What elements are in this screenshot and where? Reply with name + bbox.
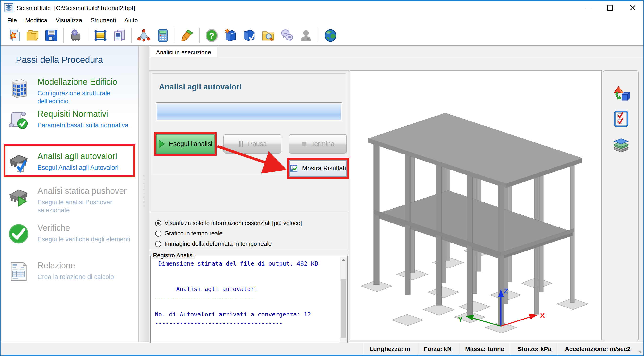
help-icon[interactable]: ?: [205, 29, 218, 42]
sidebar-item-title: Requisiti Normativi: [38, 109, 128, 119]
status-length-unit: Lunghezza: m: [363, 343, 417, 355]
option-label: Immagine della deformata in tempo reale: [164, 240, 272, 247]
sidebar-item-modellazione-edificio[interactable]: Modellazione Edificio Configurazione str…: [8, 77, 133, 105]
processor-icon[interactable]: [69, 29, 83, 42]
display-options-group: Visualizza solo le informazioni essenzia…: [150, 212, 348, 249]
app-logo-icon: [4, 3, 14, 12]
pause-label: Pausa: [248, 140, 266, 148]
splitter-grip-icon: [144, 176, 144, 207]
model-3d-icon[interactable]: [137, 29, 151, 42]
sidebar-header: Passi della Procedura: [16, 55, 103, 65]
stop-button[interactable]: Termina: [289, 134, 347, 154]
option-label: Visualizza solo le informazioni essenzia…: [164, 220, 302, 226]
axis-x-label: X: [540, 312, 545, 319]
log-frame: Dimensione stimata del file di output: 4…: [150, 256, 348, 356]
window-title: SeismoBuild [C:\SeismoBuild\Tutorial2.bp…: [17, 4, 135, 12]
sidebar-item-analisi-autovalori[interactable]: Analisi agli autovalori Esegui Analisi a…: [8, 151, 133, 173]
radio-icon[interactable]: [155, 230, 161, 237]
layers-icon[interactable]: [612, 136, 630, 154]
pause-icon: [238, 140, 244, 147]
menu-visualizza[interactable]: Visualizza: [52, 15, 87, 25]
eigenvalue-chip-icon: [8, 151, 30, 173]
calculator-icon[interactable]: [156, 29, 170, 42]
scrollbar-thumb[interactable]: [340, 279, 346, 338]
view-tools-strip: [603, 70, 638, 341]
vertical-scrollbar[interactable]: [340, 257, 347, 356]
axis-y-label: Y: [458, 315, 463, 323]
option-essential-info[interactable]: Visualizza solo le informazioni essenzia…: [155, 220, 302, 226]
book-check-icon[interactable]: [242, 29, 256, 42]
tab-strip: Analisi in esecuzione: [149, 46, 643, 57]
menu-strumenti[interactable]: Strumenti: [88, 15, 121, 25]
radio-icon[interactable]: [155, 220, 161, 226]
sidebar-item-subtitle[interactable]: Esegui le analisi Pushover selezionate: [38, 198, 126, 214]
minimize-icon: [585, 4, 592, 11]
scroll-up-icon[interactable]: [342, 259, 345, 261]
menu-modifica[interactable]: Modifica: [22, 15, 52, 25]
sidebar-item-subtitle[interactable]: Configurazione strutturale dell'edificio: [38, 89, 117, 105]
sidebar-item-title: Analisi agli autovalori: [38, 151, 118, 161]
building-model-3d: Z X Y: [350, 71, 601, 340]
option-realtime-deformed[interactable]: Immagine della deformata in tempo reale: [155, 240, 272, 247]
log-group-label: Registro Analisi: [152, 252, 195, 259]
analysis-group-title: Analisi agli autovalori: [159, 82, 242, 91]
menu-file[interactable]: File: [4, 15, 22, 25]
axis-z-label: Z: [504, 287, 508, 295]
sidebar-item-subtitle[interactable]: Esegui Analisi agli Autovalori: [38, 164, 118, 172]
report-pages-icon[interactable]: [112, 29, 126, 42]
stop-label: Termina: [311, 140, 334, 148]
sidebar-splitter[interactable]: [139, 46, 149, 342]
globe-icon[interactable]: [324, 29, 337, 42]
option-realtime-plot[interactable]: Grafico in tempo reale: [155, 230, 222, 237]
menu-aiuto[interactable]: Aiuto: [121, 15, 143, 25]
toolbar: ?: [1, 26, 643, 46]
close-button[interactable]: [627, 3, 638, 12]
sidebar-item-subtitle[interactable]: Crea la relazione di calcolo: [38, 273, 114, 281]
open-project-icon[interactable]: [26, 29, 39, 42]
main-area: Analisi in esecuzione Analisi agli autov…: [149, 46, 643, 342]
sidebar-item-verifiche[interactable]: Verifiche Esegui le verifiche degli elem…: [8, 223, 133, 245]
forum-icon[interactable]: [280, 29, 294, 42]
sidebar-item-subtitle[interactable]: Esegui le verifiche degli elementi: [38, 235, 130, 243]
progress-fill: [157, 103, 341, 120]
sidebar-item-title: Analisi statica pushover: [38, 186, 126, 196]
analysis-log-group: Registro Analisi Dimensione stimata del …: [150, 252, 348, 356]
pause-button[interactable]: Pausa: [224, 134, 282, 154]
paintbrush-icon[interactable]: [180, 29, 194, 42]
status-bar: Lunghezza: m Forza: kN Massa: tonne Sfor…: [1, 343, 643, 355]
user-icon[interactable]: [299, 29, 313, 42]
toolbar-separator: [131, 28, 132, 43]
title-bar: SeismoBuild [C:\SeismoBuild\Tutorial2.bp…: [1, 1, 643, 15]
analysis-panel: Analisi agli autovalori Esegui l'analisi: [149, 70, 349, 356]
toolbar-separator: [88, 28, 88, 43]
status-force-unit: Forza: kN: [417, 343, 458, 355]
code-scroll-icon: [8, 109, 30, 131]
maximize-icon: [606, 4, 614, 11]
tab-analisi-in-esecuzione[interactable]: Analisi in esecuzione: [150, 47, 217, 57]
resize-grip-icon[interactable]: [637, 343, 643, 355]
maximize-button[interactable]: [605, 3, 616, 12]
green-check-icon: [8, 223, 30, 245]
sidebar-item-relazione[interactable]: Relazione Crea la relazione di calcolo: [8, 261, 133, 282]
analysis-log-text[interactable]: Dimensione stimata del file di output: 4…: [152, 257, 334, 356]
folder-search-icon[interactable]: [262, 29, 275, 42]
model-3d-viewport[interactable]: Z X Y: [350, 70, 602, 340]
new-analysis-icon[interactable]: [7, 29, 20, 42]
sidebar-item-requisiti-normativi[interactable]: Requisiti Normativi Parametri basati sul…: [8, 109, 133, 131]
toolbar-separator: [199, 28, 200, 43]
menu-bar: File Modifica Visualizza Strumenti Aiuto: [1, 15, 643, 26]
radio-icon[interactable]: [155, 241, 161, 247]
sidebar-item-title: Modellazione Edificio: [38, 77, 117, 87]
checks-list-icon[interactable]: [612, 110, 630, 128]
annotation-red-box: [154, 132, 217, 156]
display-3d-objects-icon[interactable]: [612, 86, 630, 103]
analysis-progress-bar: [156, 102, 342, 121]
frame-section-icon[interactable]: [94, 29, 107, 42]
body-area: Passi della Procedura: [1, 46, 643, 342]
sidebar-item-subtitle[interactable]: Parametri basati sulla normativa: [38, 121, 128, 129]
status-stress-unit: Sforzo: kPa: [511, 343, 558, 355]
sidebar-item-analisi-pushover[interactable]: Analisi statica pushover Esegui le anali…: [8, 186, 133, 214]
minimize-button[interactable]: [583, 3, 594, 12]
book-new-icon[interactable]: [224, 29, 237, 42]
save-icon[interactable]: [44, 29, 58, 42]
